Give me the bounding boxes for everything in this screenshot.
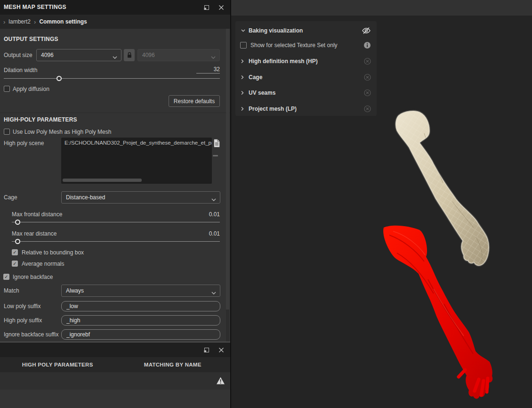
mesh-map-settings-body: OUTPUT SETTINGS Output size 4096 4096 Di… [0,29,230,342]
chevron-right-icon [241,75,244,80]
dilation-width-label: Dilation width [4,67,37,73]
section-project-mesh[interactable]: Project mesh (LP) [235,102,377,116]
visibility-disabled-icon[interactable] [364,90,371,97]
document-icon [213,139,220,147]
bottom-panel-empty-area [0,390,230,408]
cage-select[interactable]: Distance-based [61,191,220,204]
output-size-locked-select: 4096 [137,49,220,61]
output-size-locked-value: 4096 [142,52,155,58]
slider-handle[interactable] [56,76,62,81]
use-low-poly-label: Use Low Poly Mesh as High Poly Mesh [13,129,111,135]
horizontal-scrollbar-thumb[interactable] [63,179,142,182]
float-window-button[interactable] [202,4,210,11]
section-cage[interactable]: Cage [235,70,377,84]
dilation-width-slider[interactable] [4,75,220,82]
breadcrumb-material[interactable]: lambert2 [8,18,31,25]
visibility-disabled-icon[interactable] [364,74,371,81]
matching-list-row[interactable] [0,372,230,390]
average-normals-label: Average normals [22,261,64,267]
baking-visualization-label: Baking visualization [249,27,303,34]
visibility-disabled-icon[interactable] [364,58,371,65]
output-size-label: Output size [4,49,32,61]
ignore-backface-label: Ignore backface [13,274,53,280]
apply-diffusion-checkbox[interactable] [4,86,10,92]
close-icon [218,347,224,353]
breadcrumb: › lambert2 › Common settings [0,15,230,29]
minus-icon[interactable] [213,155,218,156]
chevron-down-icon [211,289,216,296]
viewport-3d[interactable]: Baking visualization Show for selected T… [231,16,532,408]
max-frontal-distance-slider[interactable] [12,219,220,225]
chevron-down-icon [113,54,117,60]
use-low-poly-checkbox[interactable] [4,129,10,135]
relative-to-bounding-box-checkbox[interactable]: ✓ [12,249,18,255]
section-divider [0,113,230,113]
baking-visualization-section-header[interactable]: Baking visualization [235,24,377,38]
column-header-high-poly-parameters[interactable]: HIGH POLY PARAMETERS [0,357,115,372]
eye-off-icon[interactable] [362,26,371,35]
uv-seams-label: UV seams [249,90,275,96]
panel-title: MESH MAP SETTINGS [4,0,66,15]
visibility-disabled-icon[interactable] [364,106,371,113]
chevron-down-icon [211,54,216,60]
breadcrumb-page[interactable]: Common settings [39,18,87,25]
section-high-definition-mesh[interactable]: High definition mesh (HP) [235,54,377,68]
cage-value: Distance-based [66,194,105,201]
high-poly-scene-path: E:/SCHOOL/NAND302_Projet_de_synthese_dem… [61,138,212,148]
ignore-backface-suffix-input[interactable] [61,329,220,340]
low-poly-suffix-input[interactable] [61,301,220,311]
panel-scrollbar-track[interactable] [226,29,229,342]
substance-painter-window: MESH MAP SETTINGS › lambert2 › Common se… [0,0,532,408]
high-poly-scene-label: High poly scene [4,140,44,147]
match-value: Always [66,287,84,294]
cage-label: Cage [4,191,17,204]
high-poly-parameters-header: HIGH-POLY PARAMETERS [4,116,77,123]
slider-handle[interactable] [15,239,20,244]
max-rear-distance-slider[interactable] [12,238,220,245]
browse-file-button[interactable] [213,139,220,149]
panel-scrollbar-thumb[interactable] [226,310,229,342]
close-icon [218,5,224,10]
float-window-icon [203,5,210,11]
ignore-backface-suffix-label: Ignore backface suffix [4,329,59,340]
dilation-width-value[interactable]: 32 [196,66,220,73]
chevron-right-icon [241,59,244,64]
show-for-selected-checkbox[interactable] [240,42,247,49]
bottom-panel-titlebar[interactable] [0,343,230,357]
average-normals-checkbox[interactable]: ✓ [12,261,18,267]
mesh-map-settings-titlebar[interactable]: MESH MAP SETTINGS [0,0,230,15]
chevron-right-icon [241,107,244,111]
max-rear-distance-value[interactable]: 0.01 [188,230,220,237]
column-header-matching-by-name[interactable]: MATCHING BY NAME [115,357,231,372]
output-size-select[interactable]: 4096 [36,49,121,61]
slider-track[interactable] [12,241,220,242]
low-poly-suffix-label: Low poly suffix [4,301,41,311]
max-rear-distance-label: Max rear distance [12,230,56,237]
output-settings-header: OUTPUT SETTINGS [4,36,58,42]
breadcrumb-chevron-icon: › [34,18,36,25]
info-icon[interactable] [363,41,371,49]
show-for-selected-label: Show for selected Texture Set only [250,42,338,49]
output-size-value: 4096 [41,52,54,58]
slider-track[interactable] [12,222,220,222]
float-window-button[interactable] [202,346,210,354]
lock-ratio-button[interactable] [124,49,135,61]
baking-visualization-overlay: Baking visualization Show for selected T… [235,21,377,116]
max-frontal-distance-value[interactable]: 0.01 [188,211,220,218]
high-poly-suffix-input[interactable] [61,315,220,326]
section-uv-seams[interactable]: UV seams [235,86,377,100]
slider-track[interactable] [4,78,220,79]
chevron-down-icon [211,196,216,203]
apply-diffusion-label: Apply diffusion [13,86,49,92]
match-select[interactable]: Always [61,285,220,297]
ignore-backface-checkbox[interactable]: ✓ [3,274,9,280]
cage-section-label: Cage [249,74,262,81]
close-panel-button[interactable] [218,346,225,354]
restore-defaults-button[interactable]: Restore defaults [169,95,220,107]
high-poly-scene-field[interactable]: E:/SCHOOL/NAND302_Projet_de_synthese_dem… [61,138,212,184]
chevron-down-icon [241,29,245,32]
close-panel-button[interactable] [218,4,225,11]
slider-handle[interactable] [15,220,20,225]
high-poly-suffix-label: High poly suffix [4,315,42,326]
project-mesh-label: Project mesh (LP) [249,106,297,112]
